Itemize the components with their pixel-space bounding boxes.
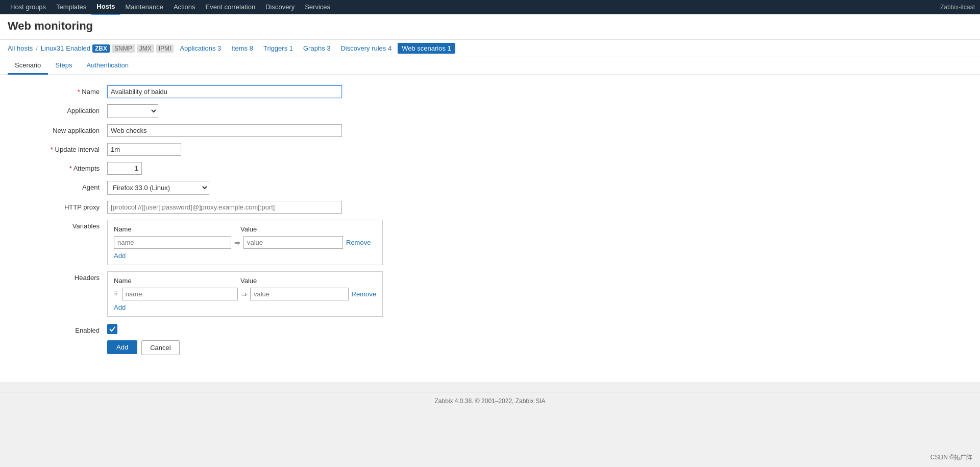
header-remove-link-1[interactable]: Remove xyxy=(352,290,376,298)
breadcrumb-separator: / xyxy=(36,44,38,52)
tab-triggers[interactable]: Triggers 1 xyxy=(259,43,297,54)
header-row-1: ⠿ ⇒ Remove xyxy=(114,288,376,300)
nav-actions[interactable]: Actions xyxy=(168,0,201,14)
tab-steps[interactable]: Steps xyxy=(48,57,79,75)
tab-items[interactable]: Items 8 xyxy=(227,43,257,54)
update-interval-label: Update interval xyxy=(15,143,107,153)
variable-remove-link-1[interactable]: Remove xyxy=(346,239,371,246)
enabled-label: Enabled xyxy=(15,324,107,334)
header-value-input-1[interactable] xyxy=(250,288,349,300)
update-interval-row: Update interval xyxy=(15,143,965,156)
tab-graphs[interactable]: Graphs 3 xyxy=(299,43,334,54)
top-navigation: Host groups Templates Hosts Maintenance … xyxy=(0,0,980,14)
footer-text: Zabbix 4.0.38. © 2001–2022, Zabbix SIA xyxy=(435,398,546,405)
name-label: Name xyxy=(15,85,107,96)
tab-web-scenarios[interactable]: Web scenarios 1 xyxy=(398,43,455,54)
var-arrow: ⇒ xyxy=(234,239,240,247)
tab-discovery-rules[interactable]: Discovery rules 4 xyxy=(336,43,396,54)
page-title: Web monitoring xyxy=(8,19,972,33)
update-interval-input[interactable] xyxy=(107,143,181,156)
jmx-badge: JMX xyxy=(137,44,154,53)
var-value-header: Value xyxy=(240,225,342,233)
header-name-header: Name xyxy=(114,277,236,285)
form-buttons-row: Add Cancel xyxy=(107,340,965,355)
footer: Zabbix 4.0.38. © 2001–2022, Zabbix SIA xyxy=(0,392,980,410)
new-application-input[interactable] xyxy=(107,124,342,137)
nav-event-correlation[interactable]: Event correlation xyxy=(201,0,261,14)
main-content: Name Application New application Update … xyxy=(0,75,980,382)
headers-header: Name Value xyxy=(114,277,376,285)
agent-label: Agent xyxy=(15,181,107,191)
attempts-field xyxy=(107,162,965,175)
drag-handle-icon: ⠿ xyxy=(114,291,119,297)
variables-header: Name Value xyxy=(114,225,376,233)
nav-hosts[interactable]: Hosts xyxy=(91,0,120,15)
tab-scenario[interactable]: Scenario xyxy=(8,57,48,75)
variables-row: Variables Name Value ⇒ Remove Add xyxy=(15,220,965,265)
add-button[interactable]: Add xyxy=(107,340,137,354)
host-bar: All hosts / Linux31 Enabled ZBX SNMP JMX… xyxy=(0,40,980,57)
headers-add-link[interactable]: Add xyxy=(114,303,126,311)
nav-templates[interactable]: Templates xyxy=(51,0,91,14)
snmp-badge: SNMP xyxy=(112,44,135,53)
agent-row: Agent Firefox 33.0 (Linux) Internet Expl… xyxy=(15,181,965,195)
attempts-input[interactable] xyxy=(107,162,142,175)
host-link[interactable]: Linux31 xyxy=(41,44,64,52)
variables-field: Name Value ⇒ Remove Add xyxy=(107,220,965,265)
application-row: Application xyxy=(15,104,965,118)
application-field xyxy=(107,104,965,118)
var-name-header: Name xyxy=(114,225,236,233)
nav-host-groups[interactable]: Host groups xyxy=(5,0,51,14)
agent-select[interactable]: Firefox 33.0 (Linux) Internet Explorer 8… xyxy=(107,181,209,195)
enabled-row: Enabled xyxy=(15,324,965,334)
content-tabs: Scenario Steps Authentication xyxy=(0,57,980,75)
nav-maintenance[interactable]: Maintenance xyxy=(120,0,168,14)
variable-name-input-1[interactable] xyxy=(114,236,231,249)
tab-authentication[interactable]: Authentication xyxy=(80,57,136,75)
new-application-row: New application xyxy=(15,124,965,137)
tab-applications[interactable]: Applications 3 xyxy=(176,43,225,54)
all-hosts-link[interactable]: All hosts xyxy=(8,44,33,52)
page-header: Web monitoring xyxy=(0,14,980,40)
headers-row: Headers Name Value ⠿ ⇒ Remove Add xyxy=(15,271,965,317)
http-proxy-field xyxy=(107,201,965,214)
nav-discovery[interactable]: Discovery xyxy=(260,0,300,14)
name-input[interactable] xyxy=(107,85,342,98)
application-label: Application xyxy=(15,104,107,114)
headers-field: Name Value ⠿ ⇒ Remove Add xyxy=(107,271,965,317)
header-arrow: ⇒ xyxy=(241,290,247,298)
new-application-field xyxy=(107,124,965,137)
checkmark-icon xyxy=(109,325,116,333)
nav-services[interactable]: Services xyxy=(300,0,335,14)
variables-add-link[interactable]: Add xyxy=(114,252,126,260)
header-value-header: Value xyxy=(240,277,342,285)
attempts-row: Attempts xyxy=(15,162,965,175)
header-name-input-1[interactable] xyxy=(122,288,238,300)
ipmi-badge: IPMI xyxy=(156,44,174,53)
variable-value-input-1[interactable] xyxy=(243,236,343,249)
http-proxy-input[interactable] xyxy=(107,201,342,214)
name-field xyxy=(107,85,965,98)
headers-box: Name Value ⠿ ⇒ Remove Add xyxy=(107,271,383,317)
cancel-button[interactable]: Cancel xyxy=(141,340,179,355)
headers-label: Headers xyxy=(15,271,107,282)
variables-label: Variables xyxy=(15,220,107,230)
application-select[interactable] xyxy=(107,104,158,118)
new-application-label: New application xyxy=(15,124,107,134)
current-user: Zabbix-itcast xyxy=(940,4,975,11)
agent-field: Firefox 33.0 (Linux) Internet Explorer 8… xyxy=(107,181,965,195)
enabled-checkbox[interactable] xyxy=(107,324,117,334)
zbx-badge[interactable]: ZBX xyxy=(92,44,110,53)
name-row: Name xyxy=(15,85,965,98)
http-proxy-label: HTTP proxy xyxy=(15,201,107,211)
http-proxy-row: HTTP proxy xyxy=(15,201,965,214)
enabled-link[interactable]: Enabled xyxy=(66,44,90,52)
variable-row-1: ⇒ Remove xyxy=(114,236,376,249)
variables-box: Name Value ⇒ Remove Add xyxy=(107,220,383,265)
update-interval-field xyxy=(107,143,965,156)
attempts-label: Attempts xyxy=(15,162,107,172)
enabled-field xyxy=(107,324,965,334)
